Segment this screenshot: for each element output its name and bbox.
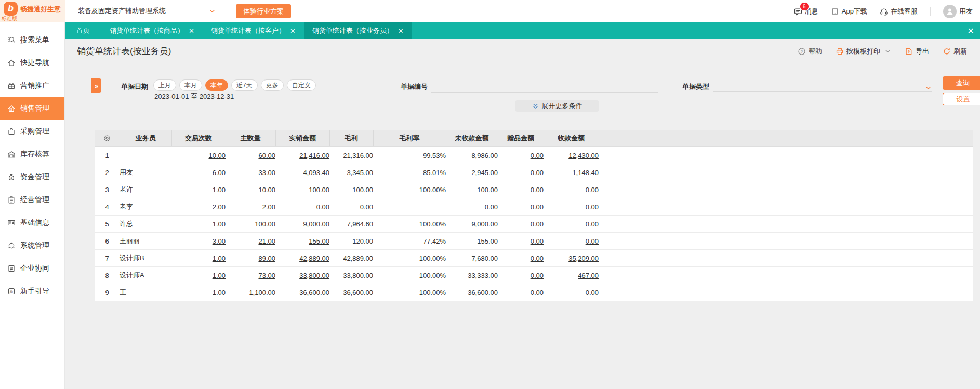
- table-cell-filler: [599, 267, 973, 284]
- table-cell: 0.00: [498, 198, 544, 216]
- sidebar-item-purchase-mgmt[interactable]: 采购管理: [0, 120, 64, 143]
- drilldown-link[interactable]: 0.00: [586, 186, 599, 194]
- messages-button[interactable]: 消息 6: [794, 7, 818, 16]
- drilldown-link[interactable]: 1.00: [213, 289, 226, 297]
- sidebar-item-newbie-guide[interactable]: 新新手引导: [0, 280, 64, 303]
- system-selector-dropdown[interactable]: 装备及固定资产辅助管理系统: [78, 0, 216, 22]
- drilldown-link[interactable]: 2.00: [213, 203, 226, 211]
- drilldown-link[interactable]: 1,148.40: [572, 169, 599, 177]
- date-pill-近7天[interactable]: 近7天: [231, 79, 258, 91]
- drilldown-link[interactable]: 9,000.00: [303, 220, 329, 228]
- user-menu[interactable]: 用友: [943, 5, 973, 18]
- drilldown-link[interactable]: 60.00: [258, 152, 275, 159]
- online-service-button[interactable]: 在线客服: [880, 7, 918, 16]
- drilldown-link[interactable]: 35,209.00: [568, 254, 599, 262]
- drilldown-link[interactable]: 100.00: [255, 220, 275, 228]
- refresh-button[interactable]: 刷新: [943, 47, 967, 56]
- drilldown-link[interactable]: 12,430.00: [568, 152, 599, 159]
- drilldown-link[interactable]: 21.00: [258, 237, 275, 245]
- date-pill-本月[interactable]: 本月: [179, 79, 202, 91]
- close-tabs-icon[interactable]: ✕: [968, 22, 974, 39]
- sidebar-item-inventory-accounting[interactable]: 库存核算: [0, 143, 64, 166]
- drilldown-link[interactable]: 0.00: [531, 186, 544, 194]
- table-cell: [373, 198, 446, 216]
- tab-by-salesperson[interactable]: 销货单统计表（按业务员）✕: [304, 22, 412, 39]
- date-pill-更多[interactable]: 更多: [261, 79, 284, 91]
- drilldown-link[interactable]: 0.00: [586, 289, 599, 297]
- drilldown-link[interactable]: 1.00: [213, 272, 226, 279]
- close-tab-icon[interactable]: ✕: [290, 28, 296, 34]
- collapse-filter-tag[interactable]: »: [91, 78, 101, 93]
- drilldown-link[interactable]: 0.00: [531, 152, 544, 159]
- drilldown-link[interactable]: 0.00: [531, 203, 544, 211]
- drilldown-link[interactable]: 36,600.00: [299, 289, 329, 297]
- doc-type-input[interactable]: [713, 80, 925, 91]
- drilldown-link[interactable]: 1.00: [213, 254, 226, 262]
- drilldown-link[interactable]: 0.00: [531, 254, 544, 262]
- drilldown-link[interactable]: 0.00: [586, 220, 599, 228]
- doc-type-select[interactable]: [713, 80, 932, 92]
- drilldown-link[interactable]: 10.00: [208, 152, 226, 159]
- drilldown-link[interactable]: 0.00: [531, 272, 544, 279]
- table-cell: 100.00%: [373, 216, 446, 233]
- close-tab-icon[interactable]: ✕: [398, 28, 404, 34]
- sidebar-item-marketing[interactable]: 营销推广: [0, 74, 64, 97]
- drilldown-link[interactable]: 73.00: [258, 272, 275, 279]
- app-download-button[interactable]: App下载: [831, 7, 867, 16]
- trial-industry-button[interactable]: 体验行业方案: [236, 4, 291, 18]
- date-pill-上月[interactable]: 上月: [153, 79, 176, 91]
- drilldown-link[interactable]: 0.00: [531, 220, 544, 228]
- drilldown-link[interactable]: 0.00: [531, 289, 544, 297]
- doc-no-input[interactable]: [431, 80, 658, 93]
- drilldown-link[interactable]: 33.00: [258, 169, 275, 177]
- drilldown-link[interactable]: 0.00: [531, 237, 544, 245]
- drilldown-link[interactable]: 155.00: [309, 237, 329, 245]
- tab-home[interactable]: 首页: [65, 22, 101, 39]
- sidebar-item-label: 企业协同: [20, 264, 49, 273]
- svg-text:$: $: [10, 108, 12, 111]
- drilldown-link[interactable]: 1,100.00: [249, 289, 275, 297]
- drilldown-link[interactable]: 6.00: [213, 169, 226, 177]
- drilldown-link[interactable]: 33,800.00: [299, 272, 329, 279]
- column-settings-header[interactable]: [95, 130, 120, 147]
- drilldown-link[interactable]: 0.00: [586, 203, 599, 211]
- sidebar-item-enterprise-collab[interactable]: 企业协同: [0, 257, 64, 280]
- tab-by-customer[interactable]: 销货单统计表（按客户）✕: [203, 22, 304, 39]
- sidebar-item-quick-nav[interactable]: 快捷导航: [0, 51, 64, 74]
- drilldown-link[interactable]: 100.00: [309, 186, 329, 194]
- drilldown-link[interactable]: 467.00: [578, 272, 599, 279]
- export-button[interactable]: 导出: [905, 47, 929, 56]
- date-pill-本年[interactable]: 本年: [205, 79, 228, 91]
- drilldown-link[interactable]: 0.00: [586, 237, 599, 245]
- settings-button[interactable]: 设置: [943, 93, 980, 105]
- drilldown-link[interactable]: 42,889.00: [299, 254, 329, 262]
- query-button[interactable]: 查询: [943, 76, 980, 90]
- expand-more-conditions-button[interactable]: 展开更多条件: [515, 100, 599, 112]
- date-range-value[interactable]: 2023-01-01 至 2023-12-31: [154, 92, 234, 101]
- edition-label: 标准版: [2, 15, 17, 22]
- table-gear-icon[interactable]: [95, 134, 120, 142]
- drilldown-link[interactable]: 4,093.40: [303, 169, 329, 177]
- sidebar-item-system-mgmt[interactable]: 系统管理: [0, 234, 64, 257]
- drilldown-link[interactable]: 0.00: [316, 203, 329, 211]
- cell-value: 2,945.00: [471, 169, 498, 177]
- date-pill-自定义[interactable]: 自定义: [287, 79, 316, 91]
- tab-by-product[interactable]: 销货单统计表（按商品）✕: [101, 22, 203, 39]
- drilldown-link[interactable]: 1.00: [213, 220, 226, 228]
- print-by-template-button[interactable]: 按模板打印: [836, 47, 891, 56]
- drilldown-link[interactable]: 10.00: [258, 186, 275, 194]
- sidebar-item-base-info[interactable]: 基础信息: [0, 211, 64, 234]
- close-tab-icon[interactable]: ✕: [189, 28, 194, 34]
- chevron-down-icon[interactable]: [884, 48, 891, 55]
- drilldown-link[interactable]: 1.00: [213, 186, 226, 194]
- drilldown-link[interactable]: 21,416.00: [299, 152, 329, 159]
- sidebar-item-operations-mgmt[interactable]: 经营管理: [0, 189, 64, 211]
- drilldown-link[interactable]: 2.00: [262, 203, 275, 211]
- sidebar-item-search-menu[interactable]: 搜索菜单: [0, 29, 64, 51]
- drilldown-link[interactable]: 0.00: [531, 169, 544, 177]
- help-button[interactable]: ? 帮助: [798, 47, 822, 56]
- drilldown-link[interactable]: 3.00: [213, 237, 226, 245]
- sidebar-item-sales-mgmt[interactable]: $销售管理: [0, 97, 64, 120]
- drilldown-link[interactable]: 89.00: [258, 254, 275, 262]
- sidebar-item-funds-mgmt[interactable]: ¥资金管理: [0, 166, 64, 189]
